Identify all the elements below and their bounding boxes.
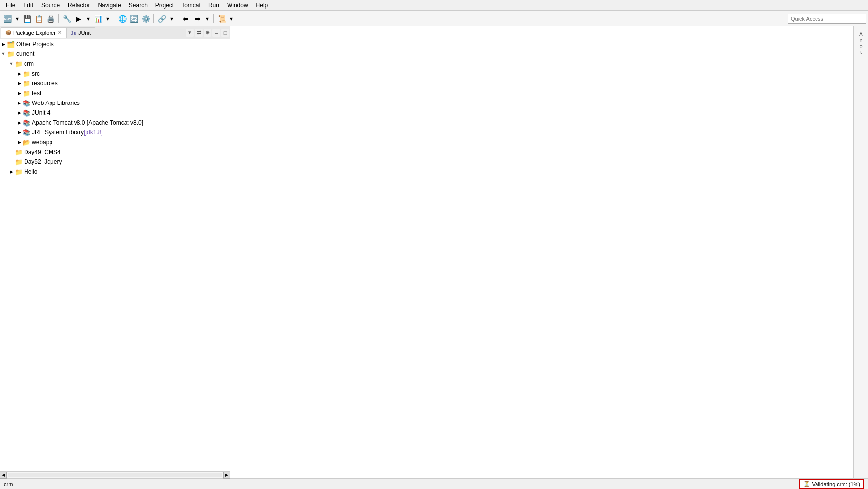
statusbar-project-name: crm xyxy=(4,481,13,487)
save-button[interactable]: 💾 xyxy=(22,13,32,24)
menu-search[interactable]: Search xyxy=(125,1,152,10)
tree-area: ▶ 🗂️ Other Projects ▼ 📁 current ▼ 📁 crm xyxy=(0,39,230,471)
tree-item-resources[interactable]: ▶ 📁 resources xyxy=(0,78,230,88)
tree-item-apache-tomcat[interactable]: ▶ 📚 Apache Tomcat v8.0 [Apache Tomcat v8… xyxy=(0,118,230,128)
print-button[interactable]: 🖨️ xyxy=(45,13,56,24)
tab-junit-label: JUnit xyxy=(78,30,91,36)
resources-label: resources xyxy=(32,80,58,87)
status-progress-box: ⏳ Validating crm: (1%) xyxy=(799,479,864,489)
fwd-dropdown[interactable]: ▾ xyxy=(204,14,211,24)
junit4-icon: 📚 xyxy=(23,109,30,117)
package-explorer-icon: 📦 xyxy=(5,30,11,35)
statusbar-right: ⏳ Validating crm: (1%) xyxy=(799,479,864,489)
tab-maximize-btn[interactable]: □ xyxy=(221,29,229,37)
menu-source[interactable]: Source xyxy=(37,1,64,10)
menu-tomcat[interactable]: Tomcat xyxy=(178,1,204,10)
tomcat-label: Apache Tomcat v8.0 [Apache Tomcat v8.0] xyxy=(32,119,143,126)
ext-tool-2[interactable]: 🔄 xyxy=(128,13,139,24)
tree-arrow-wal[interactable]: ▶ xyxy=(16,100,23,106)
tree-arrow-test[interactable]: ▶ xyxy=(16,90,23,97)
right-edge-text-t: t xyxy=(860,49,862,55)
tree-item-other-projects[interactable]: ▶ 🗂️ Other Projects xyxy=(0,39,230,49)
ext-tool-3[interactable]: ⚙️ xyxy=(140,13,151,24)
nav-hist-dropdown[interactable]: ▾ xyxy=(228,14,235,24)
menu-window[interactable]: Window xyxy=(223,1,252,10)
tab-bar: 📦 Package Explorer ✕ Ju JUnit ▾ ⇄ ⊕ – □ xyxy=(0,26,230,39)
tree-arrow-junit4[interactable]: ▶ xyxy=(16,109,23,116)
menu-run[interactable]: Run xyxy=(204,1,223,10)
right-edge-text-a: A xyxy=(859,31,863,37)
back-btn[interactable]: ⬅ xyxy=(180,13,191,24)
webapp-icon: 📂 xyxy=(23,138,30,146)
run-dropdown[interactable]: ▾ xyxy=(85,14,92,24)
left-panel: 📦 Package Explorer ✕ Ju JUnit ▾ ⇄ ⊕ – □ xyxy=(0,26,230,478)
scroll-left-btn[interactable]: ◀ xyxy=(0,472,7,479)
tree-item-crm[interactable]: ▼ 📁 crm xyxy=(0,59,230,69)
coverage-dropdown[interactable]: ▾ xyxy=(104,14,111,24)
tree-item-webapp[interactable]: ▶ 📂 webapp xyxy=(0,137,230,147)
right-edge-text-o: o xyxy=(859,43,862,49)
tree-item-day52[interactable]: 📁 Day52_Jquery xyxy=(0,157,230,167)
tree-item-junit4[interactable]: ▶ 📚 JUnit 4 xyxy=(0,108,230,118)
current-label: current xyxy=(16,51,34,57)
nav-dropdown[interactable]: ▾ xyxy=(168,14,175,24)
tab-sync-btn[interactable]: ⇄ xyxy=(195,29,203,37)
tomcat-icon: 📚 xyxy=(23,119,30,127)
tab-view-menu-btn[interactable]: ▾ xyxy=(186,29,194,37)
tab-junit[interactable]: Ju JUnit xyxy=(66,27,95,38)
tab-options-btn[interactable]: ⊕ xyxy=(204,29,211,37)
debug-btn[interactable]: 🔧 xyxy=(61,13,72,24)
right-edge-text-n: n xyxy=(859,37,862,43)
quick-access-input[interactable] xyxy=(788,14,866,24)
scroll-track[interactable] xyxy=(8,473,222,477)
menu-project[interactable]: Project xyxy=(152,1,178,10)
tree-item-hello[interactable]: ▶ 📁 Hello xyxy=(0,167,230,177)
toolbar: 🆕 ▾ 💾 📋 🖨️ 🔧 ▶ ▾ 📊 ▾ 🌐 🔄 ⚙️ 🔗 ▾ ⬅ ➡ ▾ 📜 … xyxy=(0,11,868,26)
src-icon: 📁 xyxy=(23,70,30,77)
tree-arrow-other-projects[interactable]: ▶ xyxy=(0,41,7,48)
horizontal-scrollbar[interactable]: ◀ ▶ xyxy=(0,471,230,478)
new-dropdown[interactable]: ▾ xyxy=(14,14,21,24)
ext-tool-1[interactable]: 🌐 xyxy=(117,13,128,24)
tree-item-day49[interactable]: 📁 Day49_CMS4 xyxy=(0,147,230,157)
tab-package-explorer-close[interactable]: ✕ xyxy=(58,30,62,35)
menu-help[interactable]: Help xyxy=(252,1,272,10)
other-projects-icon: 🗂️ xyxy=(7,40,15,48)
tree-item-current[interactable]: ▼ 📁 current xyxy=(0,49,230,59)
tree-item-src[interactable]: ▶ 📁 src xyxy=(0,69,230,78)
tree-arrow-current[interactable]: ▼ xyxy=(0,51,7,57)
coverage-btn[interactable]: 📊 xyxy=(93,13,103,24)
new-button[interactable]: 🆕 xyxy=(2,13,13,24)
quick-access-area xyxy=(788,14,866,24)
tree-item-jre[interactable]: ▶ 📚 JRE System Library [jdk1.8] xyxy=(0,128,230,137)
menu-navigate[interactable]: Navigate xyxy=(94,1,125,10)
tree-arrow-src[interactable]: ▶ xyxy=(16,70,23,77)
nav-hist-btn[interactable]: 📜 xyxy=(216,13,227,24)
tree-arrow-crm[interactable]: ▼ xyxy=(8,60,15,67)
run-btn[interactable]: ▶ xyxy=(73,13,84,24)
fwd-btn[interactable]: ➡ xyxy=(192,13,203,24)
tab-package-explorer-label: Package Explorer xyxy=(13,30,56,36)
link-btn[interactable]: 🔗 xyxy=(156,13,167,24)
tree-item-test[interactable]: ▶ 📁 test xyxy=(0,88,230,98)
tab-minimize-btn[interactable]: – xyxy=(212,29,220,37)
right-panel: A n o t xyxy=(230,26,868,478)
tab-package-explorer[interactable]: 📦 Package Explorer ✕ xyxy=(1,27,66,38)
tree-arrow-jre[interactable]: ▶ xyxy=(16,129,23,136)
day49-label: Day49_CMS4 xyxy=(24,149,61,155)
day52-label: Day52_Jquery xyxy=(24,158,62,165)
tree-arrow-resources[interactable]: ▶ xyxy=(16,80,23,87)
tree-arrow-tomcat[interactable]: ▶ xyxy=(16,119,23,126)
tree-arrow-webapp[interactable]: ▶ xyxy=(16,139,23,146)
tree-arrow-hello[interactable]: ▶ xyxy=(8,168,15,175)
webapp-label: webapp xyxy=(32,139,52,146)
save-all-button[interactable]: 📋 xyxy=(33,13,44,24)
menubar: File Edit Source Refactor Navigate Searc… xyxy=(0,0,868,11)
tree-item-web-app-libs[interactable]: ▶ 📚 Web App Libraries xyxy=(0,98,230,108)
menu-file[interactable]: File xyxy=(2,1,19,10)
scroll-right-btn[interactable]: ▶ xyxy=(223,472,230,479)
separator-5 xyxy=(213,14,214,23)
jre-label: JRE System Library xyxy=(32,129,84,136)
menu-refactor[interactable]: Refactor xyxy=(64,1,94,10)
menu-edit[interactable]: Edit xyxy=(19,1,37,10)
